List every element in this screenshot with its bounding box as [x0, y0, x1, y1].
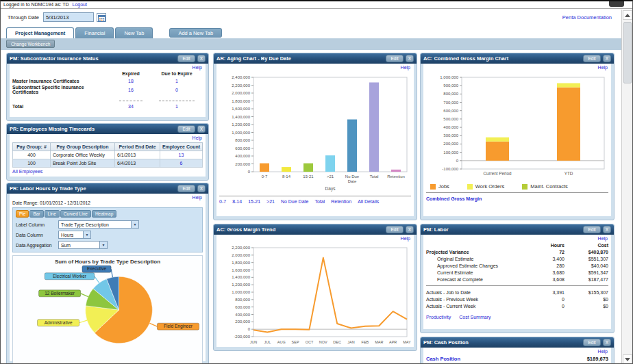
aging-link-total[interactable]: Total	[314, 199, 325, 204]
close-button[interactable]: X	[603, 55, 611, 62]
due-count-link[interactable]: 0	[151, 88, 203, 92]
all-employees-link[interactable]: All Employees	[12, 169, 42, 174]
svg-text:1,000,000: 1,000,000	[440, 75, 458, 79]
tab-financial[interactable]: Financial	[75, 27, 114, 38]
close-button[interactable]: X	[197, 185, 206, 192]
svg-text:300,000: 300,000	[443, 133, 458, 138]
combined-gross-margin-link[interactable]: Combined Gross Margin	[426, 196, 482, 201]
svg-text:2,000,000: 2,000,000	[232, 91, 250, 95]
aging-link-no-due-date[interactable]: No Due Date	[281, 199, 308, 204]
help-link[interactable]: Help	[598, 65, 608, 70]
aging-link-retention[interactable]: Retention	[331, 199, 351, 204]
chart-type-line-button[interactable]: Line	[45, 210, 60, 218]
close-button[interactable]: X	[603, 226, 611, 233]
svg-text:900,000: 900,000	[443, 83, 458, 88]
close-button[interactable]: X	[603, 339, 611, 346]
edit-button[interactable]: Edit	[386, 55, 403, 62]
svg-text:0-7: 0-7	[262, 174, 268, 179]
svg-text:1,600,000: 1,600,000	[232, 107, 250, 111]
close-button[interactable]: X	[197, 125, 206, 133]
productivity-link[interactable]: Productivity	[426, 315, 451, 320]
col-cost: Cost	[564, 243, 608, 248]
svg-text:OCT: OCT	[306, 340, 314, 344]
penta-documentation-link[interactable]: Penta Documentation	[562, 14, 612, 21]
svg-text:700,000: 700,000	[443, 101, 458, 105]
edit-button[interactable]: Edit	[177, 185, 195, 192]
chart-controls: Pie Bar Line Curved Line Heatmap Label C…	[12, 207, 203, 252]
help-link[interactable]: Help	[598, 349, 608, 354]
close-button[interactable]: X	[406, 226, 414, 233]
chart-type-heatmap-button[interactable]: Heatmap	[92, 210, 116, 218]
help-link[interactable]: Help	[193, 195, 202, 200]
panel-title: PM: Subcontractor Insurance Status	[10, 55, 175, 62]
edit-button[interactable]: Edit	[583, 55, 600, 62]
svg-text:Date: Date	[348, 179, 357, 183]
chart-type-curved-line-button[interactable]: Curved Line	[60, 210, 91, 218]
edit-button[interactable]: Edit	[583, 339, 600, 346]
aging-link-8-14[interactable]: 8-14	[232, 199, 242, 204]
aging-link-gt21[interactable]: >21	[266, 199, 275, 204]
help-link[interactable]: Help	[401, 65, 410, 70]
edit-button[interactable]: Edit	[177, 125, 195, 133]
aging-link-all-details[interactable]: All Details	[358, 199, 379, 204]
insurance-row: Master Insurance Certificates 18 1	[12, 79, 203, 83]
expired-count-link[interactable]: 16	[111, 88, 151, 92]
col-hours: Hours	[529, 243, 564, 248]
change-workbench-button[interactable]: Change Workbench	[6, 40, 55, 48]
aging-link-15-21[interactable]: 15-21	[248, 199, 260, 204]
through-date-input[interactable]	[43, 12, 94, 22]
vertical-scrollbar[interactable]	[621, 10, 632, 364]
employee-count-link[interactable]: 13	[179, 153, 184, 157]
edit-button[interactable]: Edit	[177, 55, 195, 62]
help-link[interactable]: Help	[193, 65, 202, 70]
workbench-toolbar: Change Workbench	[1, 38, 621, 50]
tab-project-management[interactable]: Project Management	[6, 27, 74, 38]
svg-text:100,000: 100,000	[443, 151, 458, 155]
aging-link-0-7[interactable]: 0-7	[219, 199, 226, 204]
edit-button[interactable]: Edit	[583, 226, 600, 233]
svg-text:Total: Total	[370, 174, 379, 179]
svg-text:2,200,000: 2,200,000	[232, 83, 250, 88]
svg-text:200,000: 200,000	[235, 320, 250, 324]
combined-gross-margin-bar-chart[interactable]: -100,0000100,000200,000300,000400,000500…	[426, 72, 610, 180]
cost-summary-link[interactable]: Cost Summary	[459, 315, 491, 320]
help-link[interactable]: Help	[193, 135, 202, 140]
chart-type-bar-button[interactable]: Bar	[29, 210, 43, 218]
logout-link[interactable]: Logout	[73, 2, 87, 7]
legend-swatch-icon	[467, 184, 473, 190]
panel-header: PR: Employees Missing Timecards Edit X	[7, 124, 208, 134]
gross-margin-trend-line-chart[interactable]: -200,0000200,000400,000600,000800,0001,0…	[219, 242, 414, 346]
combined-legend: JobsWork OrdersMaint. Contracts	[430, 183, 608, 190]
scroll-down-button[interactable]	[623, 354, 632, 364]
divider	[426, 192, 608, 193]
employee-count-link[interactable]: 6	[180, 161, 183, 166]
aging-bar-chart[interactable]: 0200,000400,000600,000800,0001,000,0001,…	[219, 72, 412, 192]
due-count-link[interactable]: 1	[151, 79, 203, 83]
add-new-tab-button[interactable]: Add a New Tab	[169, 28, 222, 38]
help-link[interactable]: Help	[401, 236, 410, 241]
close-button[interactable]: X	[406, 55, 414, 62]
expired-count-link[interactable]: 18	[111, 79, 151, 83]
help-link[interactable]: Help	[598, 236, 608, 241]
calendar-button[interactable]	[97, 13, 106, 22]
svg-text:12 Boilermaker: 12 Boilermaker	[45, 291, 75, 296]
panel-labor: PM: Labor Edit X Help Hours Cost Project…	[420, 224, 615, 333]
total-expired-link[interactable]: 34	[111, 104, 151, 109]
close-button[interactable]: X	[197, 55, 206, 62]
panel-title: AC: Combined Gross Margin Chart	[423, 55, 581, 62]
svg-text:-100,000: -100,000	[442, 167, 458, 171]
chart-type-pie-button[interactable]: Pie	[16, 210, 29, 218]
cash-position-link[interactable]: Cash Position	[426, 356, 460, 362]
total-due-link[interactable]: 1	[151, 104, 203, 109]
scroll-up-button[interactable]	[623, 10, 632, 20]
label-column-label: Label Column	[16, 222, 58, 227]
label-column-select[interactable]: Trade Type Description ▼	[58, 220, 139, 229]
data-aggregation-select[interactable]: Sum ▼	[58, 241, 108, 249]
scrollbar-thumb[interactable]	[623, 22, 632, 83]
trade-type-pie-chart[interactable]: Field EngineerAdministrative12 Boilermak…	[13, 265, 202, 355]
data-column-select[interactable]: Hours ▼	[58, 231, 91, 239]
svg-text:SEP: SEP	[292, 340, 299, 344]
svg-text:Executive: Executive	[87, 266, 107, 271]
tab-new-tab[interactable]: New Tab	[115, 27, 153, 38]
edit-button[interactable]: Edit	[386, 226, 403, 233]
